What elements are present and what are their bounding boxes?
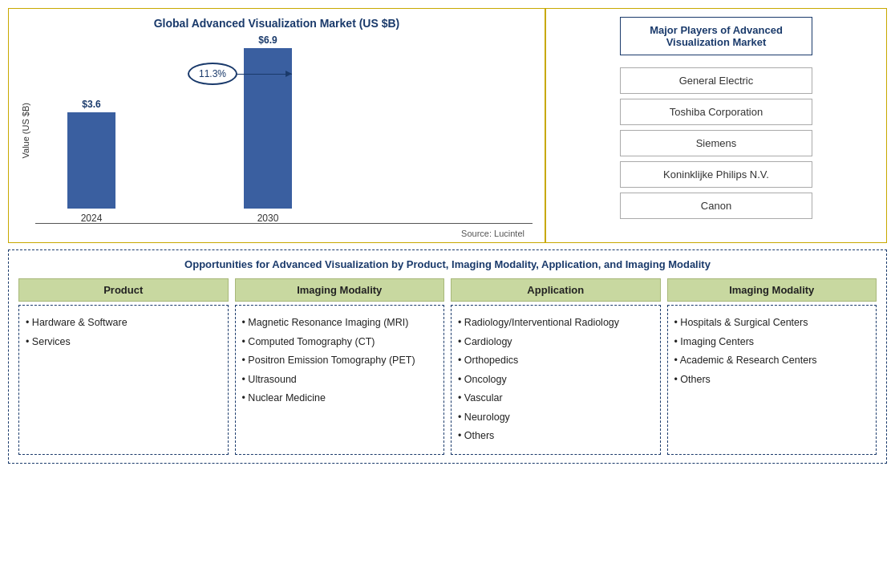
bar-value-2030: $6.9 (258, 34, 277, 46)
application-list: Radiology/Interventional Radiology Cardi… (458, 314, 654, 446)
col-body-imaging2: Hospitals & Surgical Centers Imaging Cen… (667, 305, 877, 455)
bar-group-2024: $3.6 2024 (67, 99, 115, 224)
players-title: Major Players of Advanced Visualization … (620, 17, 812, 55)
product-list: Hardware & Software Services (26, 314, 221, 351)
list-item: Ultrasound (242, 371, 438, 390)
column-application: Application Radiology/Interventional Rad… (451, 278, 661, 455)
list-item: Positron Emission Tomography (PET) (242, 351, 438, 371)
list-item: Oncology (458, 371, 654, 390)
x-axis-line (35, 223, 533, 224)
player-box-4: Canon (620, 193, 812, 219)
column-product: Product Hardware & Software Services (18, 278, 229, 455)
list-item: Academic & Research Centers (674, 351, 870, 371)
y-axis-label: Value (US $B) (21, 103, 30, 159)
annotation-label: 11.3% (199, 68, 226, 79)
col-body-imaging1: Magnetic Resonance Imaging (MRI) Compute… (235, 305, 445, 455)
list-item: Hardware & Software (26, 314, 221, 333)
player-box-1: Toshiba Corporation (620, 99, 812, 125)
list-item: Vascular (458, 389, 654, 408)
player-box-2: Siemens (620, 130, 812, 156)
list-item: Orthopedics (458, 351, 654, 371)
list-item: Services (26, 333, 221, 352)
player-box-0: General Electric (620, 67, 812, 94)
players-area: Major Players of Advanced Visualization … (546, 9, 886, 242)
col-body-product: Hardware & Software Services (18, 305, 229, 455)
list-item: Magnetic Resonance Imaging (MRI) (242, 314, 438, 333)
col-header-imaging1: Imaging Modality (235, 278, 445, 302)
chart-area: Global Advanced Visualization Market (US… (9, 9, 546, 242)
list-item: Others (674, 371, 870, 390)
col-header-imaging2: Imaging Modality (667, 278, 877, 302)
bar-label-2024: 2024 (81, 213, 103, 224)
main-container: Global Advanced Visualization Market (US… (0, 0, 895, 588)
top-section: Global Advanced Visualization Market (US… (8, 8, 887, 243)
column-imaging-modality-1: Imaging Modality Magnetic Resonance Imag… (235, 278, 445, 455)
bar-group-2030: $6.9 2030 (244, 34, 292, 224)
annotation-container: 11.3% (188, 63, 237, 85)
annotation-oval: 11.3% (188, 63, 237, 85)
list-item: Imaging Centers (674, 333, 870, 352)
col-body-application: Radiology/Interventional Radiology Cardi… (451, 305, 661, 455)
bar-2024 (67, 112, 115, 209)
player-box-3: Koninklijke Philips N.V. (620, 161, 812, 188)
columns-row: Product Hardware & Software Services Ima… (18, 278, 877, 455)
chart-title: Global Advanced Visualization Market (US… (21, 17, 533, 30)
col-header-product: Product (18, 278, 229, 302)
chart-content: 11.3% $3.6 2024 $6.9 (35, 34, 533, 227)
bar-label-2030: 2030 (257, 213, 279, 224)
list-item: Computed Tomography (CT) (242, 333, 438, 352)
bottom-section: Opportunities for Advanced Visualization… (8, 249, 887, 464)
bar-value-2024: $3.6 (82, 99, 100, 110)
list-item: Nuclear Medicine (242, 389, 438, 408)
imaging-list-2: Hospitals & Surgical Centers Imaging Cen… (674, 314, 870, 389)
list-item: Hospitals & Surgical Centers (674, 314, 870, 333)
list-item: Neurology (458, 408, 654, 428)
list-item: Cardiology (458, 333, 654, 352)
imaging-list-1: Magnetic Resonance Imaging (MRI) Compute… (242, 314, 438, 408)
bars-area: 11.3% $3.6 2024 $6.9 (35, 34, 533, 244)
chart-wrapper: Value (US $B) 11.3% $3 (21, 34, 533, 227)
bar-2030 (244, 48, 292, 209)
list-item: Radiology/Interventional Radiology (458, 314, 654, 333)
column-imaging-modality-2: Imaging Modality Hospitals & Surgical Ce… (667, 278, 877, 455)
list-item: Others (458, 427, 654, 446)
bottom-title: Opportunities for Advanced Visualization… (18, 258, 877, 270)
col-header-application: Application (451, 278, 661, 302)
arrow-line (236, 74, 292, 75)
